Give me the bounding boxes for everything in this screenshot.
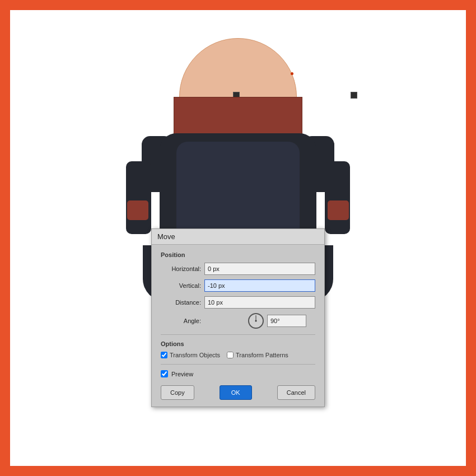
dialog-buttons: Copy OK Cancel xyxy=(161,385,315,400)
angle-label: Angle: xyxy=(161,318,201,324)
divider-2 xyxy=(161,364,315,365)
transform-objects-item[interactable]: Transform Objects xyxy=(161,352,220,358)
position-section: Position Horizontal: Vertical: Distance: xyxy=(161,251,315,329)
robot-head-top xyxy=(179,38,297,100)
arm-accent-left xyxy=(127,200,148,220)
move-dialog: Move Position Horizontal: Vertical: xyxy=(151,228,325,407)
transform-patterns-label: Transform Patterns xyxy=(236,352,288,358)
selection-handle-tr xyxy=(351,92,357,99)
transform-objects-label: Transform Objects xyxy=(170,352,220,358)
distance-label: Distance: xyxy=(161,299,201,306)
dialog-title: Move xyxy=(157,232,175,241)
transform-objects-checkbox[interactable] xyxy=(161,352,167,358)
horizontal-input[interactable] xyxy=(204,263,315,275)
arm-left xyxy=(126,161,151,234)
distance-input[interactable] xyxy=(204,296,315,309)
transform-patterns-item[interactable]: Transform Patterns xyxy=(227,352,288,358)
horizontal-row: Horizontal: xyxy=(161,263,315,275)
arm-right xyxy=(325,161,350,234)
position-label: Position xyxy=(161,251,315,258)
red-dot-head xyxy=(291,72,293,75)
canvas-area: Move Position Horizontal: Vertical: xyxy=(10,10,466,466)
preview-checkbox[interactable] xyxy=(161,370,168,377)
ok-button[interactable]: OK xyxy=(220,385,252,400)
checkbox-row: Transform Objects Transform Patterns xyxy=(161,352,315,358)
vertical-input[interactable] xyxy=(204,279,315,292)
horizontal-label: Horizontal: xyxy=(161,265,201,272)
options-section: Options Transform Objects Transform Patt… xyxy=(161,340,315,358)
preview-row: Preview xyxy=(161,370,315,377)
divider xyxy=(161,334,315,335)
arm-accent-right xyxy=(328,200,349,220)
angle-input[interactable] xyxy=(267,315,306,327)
clock-center xyxy=(255,320,257,322)
dialog-titlebar: Move xyxy=(152,229,324,245)
transform-patterns-checkbox[interactable] xyxy=(227,352,234,358)
dialog-body: Position Horizontal: Vertical: Distance: xyxy=(152,245,324,407)
preview-label: Preview xyxy=(171,371,193,377)
cancel-button[interactable]: Cancel xyxy=(277,385,315,400)
distance-row: Distance: xyxy=(161,296,315,309)
options-label: Options xyxy=(161,340,315,347)
angle-row: Angle: xyxy=(161,313,315,329)
vertical-label: Vertical: xyxy=(161,282,201,289)
robot-body-inner xyxy=(176,142,300,242)
angle-clock-icon xyxy=(248,313,264,329)
vertical-row: Vertical: xyxy=(161,279,315,292)
copy-button[interactable]: Copy xyxy=(161,385,194,400)
